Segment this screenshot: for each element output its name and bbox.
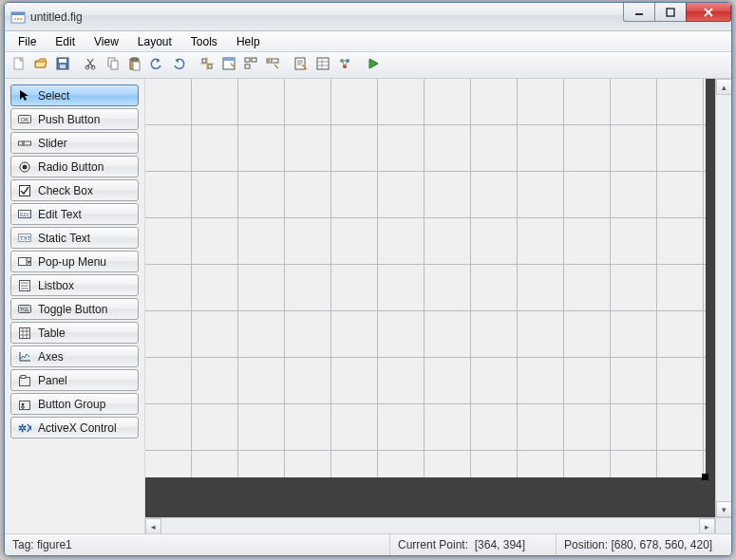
palette-toggle-button[interactable]: TGL Toggle Button (10, 298, 139, 320)
palette-check-box[interactable]: Check Box (10, 179, 139, 201)
palette-radio-button[interactable]: Radio Button (10, 156, 139, 177)
palette-popup-menu[interactable]: Pop-up Menu (10, 251, 139, 272)
svg-text:TXT: TXT (20, 235, 31, 241)
design-canvas[interactable] (145, 79, 715, 517)
canvas-area: ▴ ▾ ◂ ▸ (145, 79, 731, 533)
palette-axes[interactable]: Axes (10, 345, 139, 367)
svg-rect-29 (317, 58, 329, 69)
mfile-editor-icon (293, 56, 309, 74)
svg-rect-14 (111, 61, 118, 69)
palette-listbox[interactable]: Listbox (10, 274, 139, 296)
menu-layout[interactable]: Layout (128, 33, 181, 50)
menu-file[interactable]: File (9, 33, 46, 50)
svg-rect-49 (20, 327, 30, 338)
palette-select[interactable]: Select (10, 84, 139, 106)
palette-activex-label: ActiveX Control (38, 421, 117, 435)
maximize-button[interactable] (654, 3, 687, 22)
minimize-button[interactable] (623, 3, 655, 22)
new-button[interactable] (9, 55, 29, 76)
palette-panel-label: Panel (38, 374, 67, 387)
undo-icon (149, 56, 164, 74)
property-inspector-icon (315, 56, 330, 74)
palette-push-button[interactable]: OK Push Button (10, 108, 139, 130)
palette-static-text[interactable]: TXT Static Text (10, 227, 139, 249)
svg-point-53 (22, 402, 25, 405)
palette-slider[interactable]: Slider (10, 132, 139, 154)
axes-icon (17, 350, 32, 364)
scroll-right-icon[interactable]: ▸ (699, 518, 715, 533)
vertical-scrollbar[interactable]: ▴ ▾ (715, 79, 731, 517)
scroll-left-icon[interactable]: ◂ (145, 518, 161, 533)
app-icon (10, 9, 26, 25)
object-browser-button[interactable] (334, 55, 355, 76)
palette-radio-label: Radio Button (38, 160, 104, 174)
svg-text:TGL: TGL (20, 307, 29, 312)
cut-button[interactable] (81, 55, 102, 76)
close-button[interactable] (686, 3, 731, 22)
horizontal-scrollbar[interactable]: ◂ ▸ (145, 517, 715, 533)
svg-rect-9 (59, 59, 66, 63)
save-button[interactable] (52, 55, 73, 76)
tab-order-icon (243, 56, 258, 74)
tab-order-button[interactable] (240, 55, 261, 76)
svg-point-3 (17, 18, 19, 20)
menu-edit[interactable]: Edit (46, 33, 85, 50)
open-button[interactable] (30, 55, 51, 76)
svg-rect-17 (133, 62, 140, 70)
paste-button[interactable] (124, 55, 145, 76)
svg-rect-21 (223, 58, 235, 61)
static-text-icon: TXT (17, 232, 32, 245)
save-icon (55, 56, 70, 74)
status-pos-value: [680, 678, 560, 420] (611, 538, 712, 551)
vscroll-track[interactable] (716, 95, 731, 501)
palette-push-button-label: Push Button (38, 113, 100, 126)
palette-button-group[interactable]: Button Group (10, 393, 139, 415)
palette-table[interactable]: Table (10, 322, 139, 344)
resize-handle[interactable] (702, 474, 708, 480)
palette-axes-label: Axes (38, 350, 64, 364)
scroll-up-icon[interactable]: ▴ (716, 79, 731, 95)
svg-point-4 (20, 18, 22, 20)
hscroll-track[interactable] (161, 518, 699, 533)
run-button[interactable] (363, 55, 384, 76)
svg-text:ED|T: ED|T (20, 212, 31, 217)
palette-edit-text[interactable]: ED|T Edit Text (10, 203, 139, 225)
toolbar-editor-icon (265, 56, 280, 74)
status-pos-label: Position: (564, 538, 608, 551)
scroll-corner (715, 517, 731, 533)
cursor-icon (17, 89, 32, 103)
svg-point-38 (23, 164, 28, 169)
scroll-down-icon[interactable]: ▾ (716, 501, 731, 517)
svg-rect-16 (132, 58, 137, 61)
menu-tools[interactable]: Tools (181, 33, 227, 50)
palette-static-text-label: Static Text (38, 232, 90, 245)
copy-button[interactable] (103, 55, 123, 76)
palette-activex[interactable]: ✲X ActiveX Control (10, 417, 139, 439)
new-file-icon (11, 56, 27, 74)
palette-checkbox-label: Check Box (38, 184, 93, 197)
menu-view[interactable]: View (85, 33, 128, 50)
align-icon (199, 56, 215, 74)
status-current-point: Current Point: [364, 394] (389, 534, 556, 555)
property-inspector-button[interactable] (312, 55, 333, 76)
palette-panel[interactable]: Panel (10, 369, 139, 391)
svg-rect-26 (268, 60, 270, 62)
editor-button[interactable] (291, 55, 311, 76)
menu-editor-button[interactable] (218, 55, 239, 76)
edit-text-icon: ED|T (17, 208, 32, 221)
listbox-icon (17, 279, 32, 292)
popup-icon (17, 255, 32, 269)
toolbar-editor-button[interactable] (262, 55, 283, 76)
palette-edit-text-label: Edit Text (38, 208, 82, 221)
menu-bar: File Edit View Layout Tools Help (5, 31, 731, 52)
menu-help[interactable]: Help (227, 33, 270, 50)
palette-toggle-label: Toggle Button (38, 303, 107, 316)
align-button[interactable] (197, 55, 217, 76)
object-browser-icon (337, 56, 352, 74)
redo-button[interactable] (168, 55, 189, 76)
checkbox-icon (17, 184, 32, 197)
figure-grid[interactable] (145, 79, 706, 477)
app-window: untitled.fig File Edit View Layout Tools… (4, 2, 732, 556)
undo-button[interactable] (146, 55, 167, 76)
status-tag: Tag: figure1 (5, 534, 389, 555)
